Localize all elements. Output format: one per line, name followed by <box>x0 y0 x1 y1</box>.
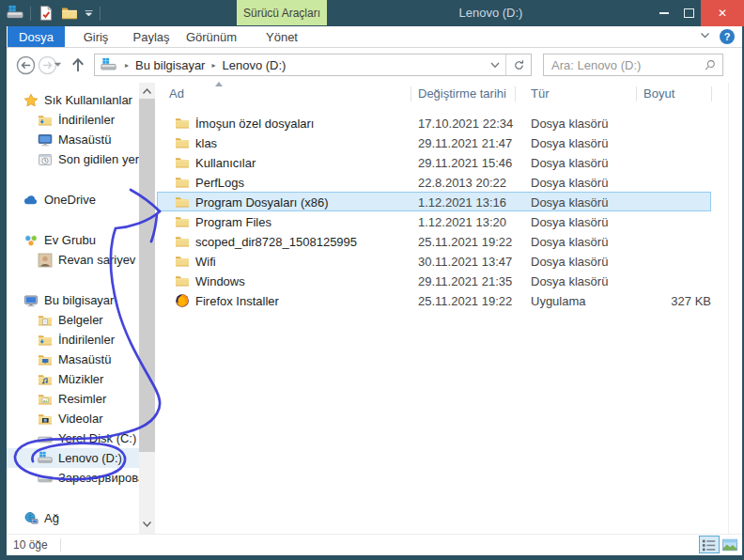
firefox-icon <box>175 293 190 308</box>
sidebar-item-son-gidilen-yerler[interactable]: Son gidilen yerler <box>7 149 139 169</box>
breadcrumb-chevron-icon[interactable]: ▸ <box>125 61 129 70</box>
breadcrumb-item-lenovo-d[interactable]: Lenovo (D:) <box>220 58 287 72</box>
sidebar-item-i-ndirilenler[interactable]: İndirilenler <box>7 330 139 350</box>
column-divider[interactable] <box>711 86 712 101</box>
file-row-program-files[interactable]: Program Files1.12.2021 13:20Dosya klasör… <box>157 211 711 231</box>
refresh-button[interactable] <box>505 54 531 75</box>
folder-icon <box>175 254 190 269</box>
address-bar[interactable]: ▸Bu bilgisayar▸Lenovo (D:) <box>94 54 532 76</box>
sidebar-item-bu-bilgisayar[interactable]: Bu bilgisayar <box>7 290 139 310</box>
file-row-program-dosyalar-x86[interactable]: Program Dosyaları (x86)1.12.2021 13:16Do… <box>157 192 711 211</box>
column-divider[interactable] <box>411 86 411 101</box>
file-row-wifi[interactable]: Wifi30.11.2021 13:47Dosya klasörü <box>157 251 711 271</box>
column-header-de-i-tirme-tarihi[interactable]: Değiştirme tarihi <box>418 86 506 101</box>
tab-payla[interactable]: Paylaş <box>125 26 178 47</box>
file-row-klas[interactable]: klas29.11.2021 21:47Dosya klasörü <box>157 132 711 152</box>
sidebar-item-masa-st[interactable]: Masaüstü <box>7 130 139 149</box>
back-button[interactable] <box>16 55 36 75</box>
file-row-i-mo-un-zel-dosyalar[interactable]: İmoşun özel dosyaları17.10.2021 22:34Dos… <box>157 113 711 132</box>
folder-down-icon <box>38 113 53 128</box>
folder-music-icon <box>38 372 53 387</box>
recent-icon <box>38 152 53 167</box>
up-button[interactable] <box>69 55 87 74</box>
sidebar-item-s-k-kullan-lanlar[interactable]: Sık Kullanılanlar <box>7 90 139 110</box>
computer-icon <box>23 293 39 308</box>
details-view-button[interactable] <box>699 536 720 553</box>
sidebar-item-label: Resimler <box>58 392 106 406</box>
chevron-down-icon[interactable] <box>85 10 93 17</box>
sidebar-item-item[interactable]: Зарезервирован <box>7 468 139 488</box>
window-border <box>0 26 7 555</box>
homegroup-icon <box>23 233 39 248</box>
scrollbar-thumb[interactable] <box>139 99 155 452</box>
maximize-button[interactable] <box>676 0 701 26</box>
help-icon[interactable]: ? <box>720 29 735 44</box>
sidebar-item-label: Bu bilgisayar <box>44 293 114 307</box>
file-row-scoped-dir8728-1508125995[interactable]: scoped_dir8728_150812599525.11.2021 19:2… <box>157 231 711 251</box>
file-row-firefox-installer[interactable]: Firefox Installer25.11.2021 19:22Uygulam… <box>157 290 711 310</box>
file-name: PerfLogs <box>195 175 244 189</box>
ribbon-expand-chevron-icon[interactable] <box>700 32 710 39</box>
sidebar-item-lenovo-d[interactable]: Lenovo (D:) <box>7 448 139 468</box>
tab-y-net[interactable]: Yönet <box>237 26 327 47</box>
sidebar-item-resimler[interactable]: Resimler <box>7 389 139 409</box>
explorer-window: Sürücü Araçları Lenovo (D:) ✕ ? DosyaGir… <box>0 0 744 560</box>
sidebar-item-m-zikler[interactable]: Müzikler <box>7 369 139 389</box>
new-folder-icon[interactable] <box>61 5 78 22</box>
sidebar-item-onedrive[interactable]: OneDrive <box>7 190 139 210</box>
search-icon[interactable] <box>704 59 716 71</box>
file-row-perflogs[interactable]: PerfLogs22.8.2013 20:22Dosya klasörü <box>157 172 711 192</box>
contextual-tab-drive-tools[interactable]: Sürücü Araçları <box>237 0 327 25</box>
file-row-windows[interactable]: Windows29.11.2021 21:35Dosya klasörü <box>157 271 711 290</box>
close-button[interactable]: ✕ <box>701 0 744 26</box>
star-icon <box>23 93 39 108</box>
sidebar-item-revan-sariyev[interactable]: Revan sariyev <box>7 250 139 270</box>
file-row-kullan-c-lar[interactable]: Kullanıcılar29.11.2021 15:46Dosya klasör… <box>157 152 711 172</box>
recent-locations-chevron-icon[interactable] <box>54 62 62 68</box>
breadcrumb-chevron-icon[interactable]: ▸ <box>211 61 215 70</box>
folder-icon <box>175 135 190 150</box>
file-date: 25.11.2021 19:22 <box>418 234 512 248</box>
large-icons-view-button[interactable] <box>720 536 740 553</box>
sidebar-item-i-ndirilenler[interactable]: İndirilenler <box>7 110 139 130</box>
breadcrumb-item-bu-bilgisayar[interactable]: Bu bilgisayar <box>133 58 207 72</box>
tab-dosya[interactable]: Dosya <box>8 26 65 47</box>
file-type: Dosya klasörü <box>531 234 608 248</box>
sidebar-scrollbar[interactable] <box>139 83 155 534</box>
sidebar-item-yerel-disk-c[interactable]: Yerel Disk (C:) <box>7 428 139 448</box>
column-divider[interactable] <box>515 86 516 101</box>
sidebar-item-videolar[interactable]: Videolar <box>7 409 139 428</box>
sidebar-item-masa-st[interactable]: Masaüstü <box>7 350 139 369</box>
file-date: 17.10.2021 22:34 <box>418 116 513 130</box>
file-date: 22.8.2013 20:22 <box>418 175 506 189</box>
search-input[interactable]: Ara: Lenovo (D:) <box>543 54 723 76</box>
drive-icon <box>38 471 53 486</box>
column-header-boyut[interactable]: Boyut <box>643 86 674 101</box>
tab-g-r-n-m[interactable]: Görünüm <box>181 26 241 47</box>
sidebar-item-belgeler[interactable]: Belgeler <box>7 310 139 330</box>
file-date: 30.11.2021 13:47 <box>418 254 512 268</box>
scroll-down-icon[interactable] <box>142 521 152 528</box>
folder-pic-icon <box>38 392 53 407</box>
divider <box>100 7 101 21</box>
navigation-pane: Sık KullanılanlarİndirilenlerMasaüstüSon… <box>7 83 139 534</box>
sidebar-item-label: Videolar <box>58 412 102 426</box>
item-count: 10 öğe <box>13 538 48 552</box>
column-header-ad[interactable]: Ad <box>169 86 184 101</box>
properties-icon[interactable] <box>38 5 54 22</box>
quick-access-toolbar <box>7 4 101 23</box>
scroll-up-icon[interactable] <box>142 87 152 95</box>
user-icon <box>38 253 53 268</box>
navigation-bar: ▸Bu bilgisayar▸Lenovo (D:) Ara: Lenovo (… <box>7 48 742 83</box>
minimize-button[interactable] <box>652 0 676 26</box>
sidebar-item-ev-grubu[interactable]: Ev Grubu <box>7 230 139 250</box>
explorer-app-icon[interactable] <box>7 5 23 22</box>
divider <box>30 7 31 21</box>
sidebar-item-label: Ağ <box>44 511 59 525</box>
column-header-t-r[interactable]: Tür <box>531 86 550 101</box>
address-dropdown-chevron-icon[interactable] <box>490 62 500 69</box>
location-drive-icon <box>101 57 116 73</box>
sidebar-item-a[interactable]: Ağ <box>7 508 139 528</box>
column-divider[interactable] <box>636 86 637 101</box>
tab-giri[interactable]: Giriş <box>72 26 119 47</box>
